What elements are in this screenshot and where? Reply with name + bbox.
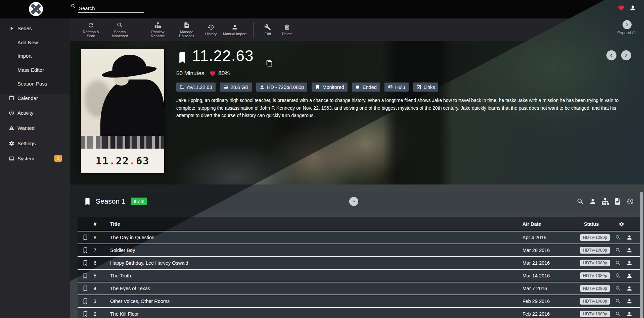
bookmark-outline-icon bbox=[82, 285, 88, 293]
sonarr-series-detail-page: Refresh & ScanSearch MonitoredPreview Re… bbox=[0, 0, 644, 318]
bookmark-outline-icon bbox=[82, 310, 88, 318]
episode-search-icon[interactable] bbox=[615, 247, 621, 253]
episode-search-icon[interactable] bbox=[615, 285, 621, 292]
magnify-icon bbox=[615, 298, 621, 304]
episode-monitored-bookmark-icon[interactable] bbox=[82, 298, 88, 305]
episode-monitored-bookmark-icon[interactable] bbox=[82, 310, 88, 318]
episode-details-icon[interactable] bbox=[626, 285, 633, 292]
account-icon bbox=[626, 260, 633, 266]
bookmark-outline-icon bbox=[82, 272, 88, 280]
account-icon bbox=[626, 298, 633, 305]
episode-row-2: 2The Kill FloorFeb 22 2016HDTV-1080p bbox=[78, 308, 640, 318]
episode-quality-badge: HDTV-1080p bbox=[580, 311, 610, 317]
magnify-icon bbox=[615, 311, 621, 317]
episode-row-6: 6Happy Birthday, Lee Harvey OswaldMar 21… bbox=[78, 257, 640, 270]
episode-quality-badge: HDTV-1080p bbox=[580, 234, 610, 241]
episode-quality-badge: HDTV-1080p bbox=[580, 298, 610, 305]
bookmark-outline-icon bbox=[82, 247, 88, 254]
episode-row-4: 4The Eyes of TexasMar 7 2016HDTV-1080p bbox=[78, 282, 640, 295]
episode-number: 8 bbox=[91, 235, 99, 240]
episode-title[interactable]: The Kill Floor bbox=[110, 311, 139, 317]
episode-number: 4 bbox=[91, 286, 99, 291]
vertical-scrollbar[interactable] bbox=[640, 192, 643, 318]
bookmark-outline-icon bbox=[82, 234, 88, 242]
episode-monitored-bookmark-icon[interactable] bbox=[82, 285, 88, 293]
episode-air-date: Feb 22 2016 bbox=[522, 311, 550, 317]
episode-air-date: Apr 4 2016 bbox=[522, 235, 546, 240]
episode-title[interactable]: The Truth bbox=[110, 273, 131, 278]
episode-number: 5 bbox=[91, 273, 99, 278]
episode-row-7: 7Soldier BoyMar 28 2016HDTV-1080p bbox=[78, 244, 640, 257]
episode-monitored-bookmark-icon[interactable] bbox=[82, 247, 88, 254]
episode-row-5: 5The TruthMar 14 2016HDTV-1080p bbox=[78, 270, 640, 282]
episode-search-icon[interactable] bbox=[615, 260, 621, 266]
episode-monitored-bookmark-icon[interactable] bbox=[82, 234, 88, 242]
episode-details-icon[interactable] bbox=[626, 311, 633, 317]
episode-title[interactable]: The Day in Question bbox=[110, 235, 154, 240]
account-icon bbox=[626, 285, 633, 292]
episode-title[interactable]: Other Voices, Other Rooms bbox=[110, 299, 170, 304]
magnify-icon bbox=[615, 273, 621, 279]
episode-air-date: Mar 21 2016 bbox=[522, 260, 550, 266]
episode-quality-badge: HDTV-1080p bbox=[580, 285, 610, 292]
episode-air-date: Mar 7 2016 bbox=[522, 286, 547, 291]
episode-rows: 8The Day in QuestionApr 4 2016HDTV-1080p… bbox=[0, 0, 644, 318]
episode-row-8: 8The Day in QuestionApr 4 2016HDTV-1080p bbox=[78, 231, 640, 244]
account-icon bbox=[626, 234, 633, 241]
episode-quality-badge: HDTV-1080p bbox=[580, 247, 610, 254]
episode-air-date: Feb 29 2016 bbox=[522, 299, 550, 304]
bookmark-outline-icon bbox=[82, 298, 88, 305]
episode-details-icon[interactable] bbox=[626, 247, 633, 254]
episode-monitored-bookmark-icon[interactable] bbox=[82, 272, 88, 280]
episode-search-icon[interactable] bbox=[615, 298, 621, 304]
episode-title[interactable]: Soldier Boy bbox=[110, 248, 135, 253]
episode-number: 2 bbox=[91, 311, 99, 317]
bookmark-outline-icon bbox=[82, 259, 88, 267]
episode-details-icon[interactable] bbox=[626, 234, 633, 241]
episode-title[interactable]: The Eyes of Texas bbox=[110, 286, 150, 291]
account-icon bbox=[626, 273, 633, 279]
magnify-icon bbox=[615, 247, 621, 253]
account-icon bbox=[626, 311, 633, 317]
episode-quality-badge: HDTV-1080p bbox=[580, 260, 610, 266]
account-icon bbox=[626, 247, 633, 254]
episode-search-icon[interactable] bbox=[615, 234, 621, 241]
episode-number: 3 bbox=[91, 299, 99, 304]
episode-search-icon[interactable] bbox=[615, 311, 621, 317]
episode-air-date: Mar 14 2016 bbox=[522, 273, 550, 278]
episode-search-icon[interactable] bbox=[615, 273, 621, 279]
magnify-icon bbox=[615, 260, 621, 266]
episode-air-date: Mar 28 2016 bbox=[522, 248, 550, 253]
magnify-icon bbox=[615, 285, 621, 292]
episode-details-icon[interactable] bbox=[626, 298, 633, 305]
episode-details-icon[interactable] bbox=[626, 260, 633, 266]
episode-monitored-bookmark-icon[interactable] bbox=[82, 259, 88, 267]
episode-number: 6 bbox=[91, 260, 99, 266]
magnify-icon bbox=[615, 234, 621, 241]
episode-row-3: 3Other Voices, Other RoomsFeb 29 2016HDT… bbox=[78, 295, 640, 308]
episode-quality-badge: HDTV-1080p bbox=[580, 272, 610, 279]
episode-details-icon[interactable] bbox=[626, 273, 633, 279]
episode-number: 7 bbox=[91, 248, 99, 253]
episode-title[interactable]: Happy Birthday, Lee Harvey Oswald bbox=[110, 260, 188, 266]
